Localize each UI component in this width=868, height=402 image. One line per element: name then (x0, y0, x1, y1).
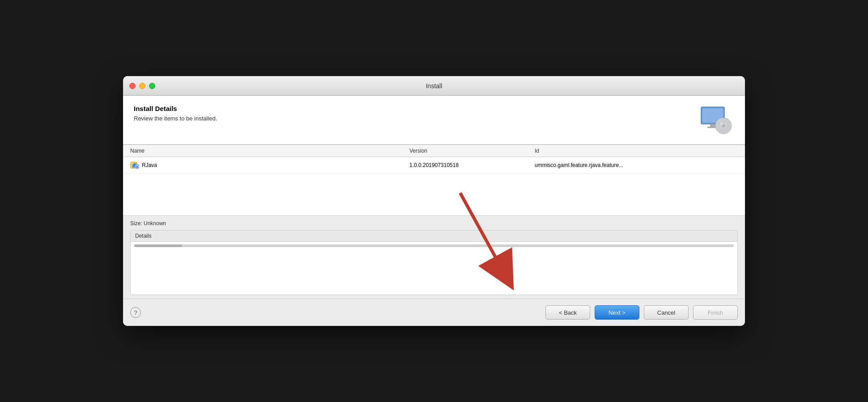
install-icon (698, 105, 734, 136)
cell-version: 1.0.0.201907310518 (409, 162, 535, 168)
column-id-header: Id (535, 148, 745, 154)
bottom-section: Size: Unknown Details (123, 215, 745, 295)
table-row: R RJava 1.0.0.201907310518 ummisco.gaml.… (123, 157, 745, 174)
window-controls (129, 83, 155, 89)
details-header: Details (131, 231, 737, 242)
back-button[interactable]: < Back (545, 305, 590, 320)
details-body (131, 250, 737, 295)
footer-right: < Back Next > Cancel Finish (545, 305, 738, 320)
finish-button[interactable]: Finish (693, 305, 738, 320)
size-label: Size: Unknown (130, 220, 738, 227)
footer: ? < Back Next > Cancel Finish (123, 299, 745, 326)
header-section: Install Details Review the items to be i… (123, 96, 745, 145)
table-body: R RJava 1.0.0.201907310518 ummisco.gaml.… (123, 157, 745, 215)
svg-rect-2 (710, 124, 715, 127)
table-header: Name Version Id (123, 145, 745, 157)
install-details-subtitle: Review the items to be installed. (134, 115, 217, 122)
next-button[interactable]: Next > (595, 305, 639, 320)
rjava-name: RJava (142, 162, 157, 168)
minimize-button[interactable] (139, 83, 145, 89)
svg-text:R: R (136, 166, 139, 168)
help-button[interactable]: ? (130, 307, 141, 318)
details-progress-bar (134, 244, 734, 247)
install-window: Install Install Details Review the items… (123, 76, 745, 326)
title-bar: Install (123, 76, 745, 96)
install-details-title: Install Details (134, 105, 217, 112)
cell-name: R RJava (123, 161, 409, 170)
details-progress-fill (134, 244, 182, 247)
cancel-button[interactable]: Cancel (644, 305, 689, 320)
close-button[interactable] (129, 83, 136, 89)
cell-id: ummisco.gaml.feature.rjava.feature... (535, 162, 745, 168)
column-version-header: Version (409, 148, 535, 154)
maximize-button[interactable] (149, 83, 155, 89)
rjava-icon: R (130, 161, 139, 170)
footer-left: ? (130, 307, 141, 318)
header-text: Install Details Review the items to be i… (134, 105, 217, 122)
details-section: Details (130, 230, 738, 295)
window-title: Install (426, 82, 443, 90)
table-section: Name Version Id R (123, 145, 745, 215)
column-name-header: Name (123, 148, 409, 154)
computer-cd-icon (700, 105, 732, 136)
